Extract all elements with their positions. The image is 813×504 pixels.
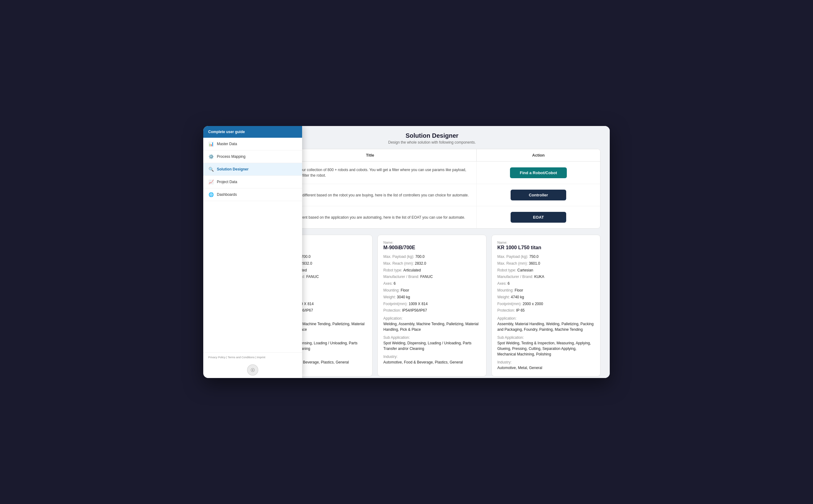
content-area: Title Action Find a robot from our colle… xyxy=(254,149,610,378)
dropdown-label-process-mapping: Process Mapping xyxy=(217,154,246,159)
dropdown-dashboards-icon: 🌐 xyxy=(208,192,214,197)
spec-row: Max. Reach (mm): 3601.0 xyxy=(497,261,595,266)
table-row-robot: Find a robot from our collection of 800 … xyxy=(264,162,600,184)
table-row-eoat: EOAT can be different based on the appli… xyxy=(264,206,600,228)
robot-card-2: Name: KR 1000 L750 titan Max. Payload (k… xyxy=(491,235,600,376)
table-row-controller: Controllers can be different based on th… xyxy=(264,184,600,206)
spec-row: Robot type: Cartesian xyxy=(497,268,595,273)
spec-row: Mounting: Floor xyxy=(383,288,481,293)
solution-table: Title Action Find a robot from our colle… xyxy=(263,149,600,229)
spec-row: Protection: IP54/IP56/IP67 xyxy=(383,308,481,313)
dropdown-item-dashboards[interactable]: 🌐 Dashboards xyxy=(203,188,302,201)
spec-row: Weight: 4740 kg xyxy=(497,295,595,300)
sub-application-section: Sub Application: Spot Welding, Testing &… xyxy=(497,335,595,357)
robots-grid: Name: M-900iB/700 Max. Payload (kg): 700… xyxy=(263,235,600,376)
table-header: Title Action xyxy=(264,149,600,162)
page-subtitle: Design the whole solution with following… xyxy=(267,140,597,145)
spec-row: Axes: 6 xyxy=(497,281,595,286)
eoat-button[interactable]: EOAT xyxy=(511,212,566,223)
dropdown-header[interactable]: Complete user guide xyxy=(203,126,302,138)
dropdown-master-data-icon: 📊 xyxy=(208,141,214,146)
spec-row: Max. Payload (kg): 750.0 xyxy=(497,254,595,259)
industry-section: Industry: Automotive, Food & Beverage, P… xyxy=(383,355,481,365)
spec-row: Mounting: Floor xyxy=(497,288,595,293)
robot-name: M-900iB/700E xyxy=(383,245,481,250)
dropdown-footer: Privacy Policy | Terms and Conditions | … xyxy=(203,352,302,362)
dropdown-item-solution-designer[interactable]: 🔍 Solution Designer xyxy=(203,163,302,176)
spec-row: Protection: IP 65 xyxy=(497,308,595,313)
page-title: Solution Designer xyxy=(267,132,597,139)
spec-row: Footprint(mm): 2000 x 2000 xyxy=(497,301,595,307)
dropdown-label-master-data: Master Data xyxy=(217,142,237,146)
robot-action-cell: Find a Robot/Cobot xyxy=(477,162,600,184)
spec-row: Max. Payload (kg): 700.0 xyxy=(383,254,481,259)
fingerprint-button[interactable]: ☉ xyxy=(247,364,258,376)
spec-row: Footprint(mm): 1009 X 814 xyxy=(383,301,481,307)
robot-card-1: Name: M-900iB/700E Max. Payload (kg): 70… xyxy=(377,235,487,376)
application-section: Application: Assembly, Material Handling… xyxy=(497,316,595,332)
dropdown-item-master-data[interactable]: 📊 Master Data xyxy=(203,138,302,150)
dropdown-process-mapping-icon: ⚙️ xyxy=(208,154,214,159)
find-robot-button[interactable]: Find a Robot/Cobot xyxy=(510,167,567,178)
eoat-action-cell: EOAT xyxy=(477,206,600,228)
main-content: Solution Designer Design the whole solut… xyxy=(254,126,610,378)
dropdown-label-solution-designer: Solution Designer xyxy=(217,167,249,171)
controller-button[interactable]: Controller xyxy=(511,190,566,200)
industry-section: Industry: Automotive, Metal, General xyxy=(497,360,595,371)
dropdown-item-process-mapping[interactable]: ⚙️ Process Mapping xyxy=(203,150,302,163)
spec-row: Max. Reach (mm): 2832.0 xyxy=(383,261,481,266)
col-action: Action xyxy=(477,149,600,161)
spec-row: Manufacturer / Brand: KUKA xyxy=(497,274,595,279)
page-header: Solution Designer Design the whole solut… xyxy=(254,126,610,149)
spec-row: Weight: 3040 kg xyxy=(383,295,481,300)
spec-row: Axes: 6 xyxy=(383,281,481,286)
application-section: Application: Welding, Assembly, Machine … xyxy=(383,316,481,332)
robot-name: KR 1000 L750 titan xyxy=(497,245,595,250)
robot-name-label: Name: xyxy=(497,241,595,244)
spec-row: Manufacturer / Brand: FANUC xyxy=(383,274,481,279)
dropdown-solution-designer-icon: 🔍 xyxy=(208,167,214,172)
dropdown-project-data-icon: 📈 xyxy=(208,179,214,184)
robot-name-label: Name: xyxy=(383,241,481,244)
overlay-dropdown: Complete user guide 📊 Master Data ⚙️ Pro… xyxy=(203,126,302,378)
dropdown-label-dashboards: Dashboards xyxy=(217,192,237,197)
sub-application-section: Sub Application: Spot Welding, Dispensin… xyxy=(383,335,481,351)
dropdown-label-project-data: Project Data xyxy=(217,180,237,184)
controller-action-cell: Controller xyxy=(477,184,600,206)
dropdown-item-project-data[interactable]: 📈 Project Data xyxy=(203,176,302,188)
spec-row: Robot type: Articulated xyxy=(383,268,481,273)
